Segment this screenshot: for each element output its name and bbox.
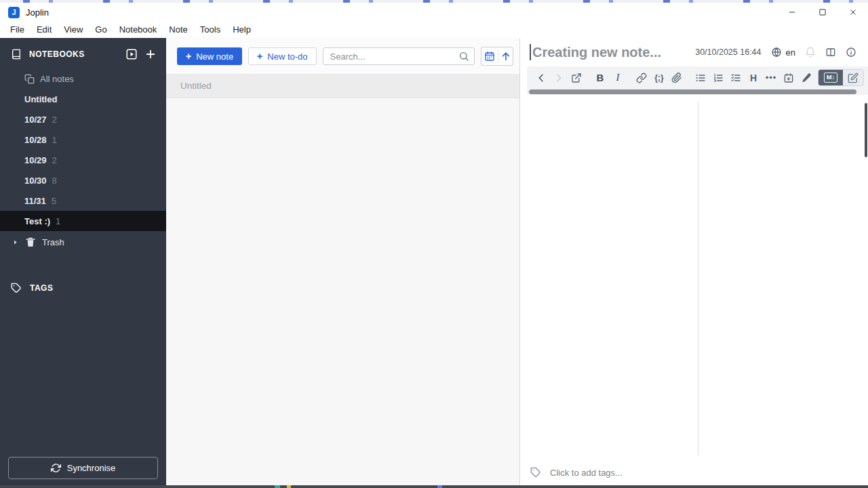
calendar-icon: [484, 51, 495, 62]
chevron-right-icon[interactable]: [12, 239, 18, 245]
new-notebook-icon[interactable]: [144, 48, 157, 60]
tags-header-label: TAGS: [30, 283, 53, 293]
sync-icon: [51, 463, 61, 473]
sidebar: NOTEBOOKS All notes Untitled 10/27 2 10/…: [0, 38, 166, 485]
arrow-up-icon: [500, 51, 511, 62]
note-properties-icon[interactable]: [846, 47, 856, 58]
search-input[interactable]: [323, 47, 475, 65]
plus-icon: +: [186, 52, 191, 61]
text-caret: [530, 44, 531, 60]
toggle-notebooks-icon[interactable]: [125, 48, 138, 60]
bulleted-list-button[interactable]: [692, 69, 709, 87]
menu-view[interactable]: View: [58, 22, 89, 38]
attach-file-button[interactable]: [668, 69, 686, 87]
menu-note[interactable]: Note: [163, 22, 193, 38]
editor-content[interactable]: [520, 95, 868, 460]
editor-toolbar: B I {;} H: [527, 66, 868, 89]
add-tags-placeholder[interactable]: Click to add tags...: [550, 468, 623, 478]
checkbox-list-icon: [730, 73, 741, 83]
markdown-icon: M↓: [824, 73, 838, 82]
numbered-list-icon: [713, 73, 724, 83]
sidebar-item-notebook[interactable]: Untitled: [0, 89, 166, 109]
background-taskbar-strip: [0, 485, 868, 488]
sort-date-button[interactable]: [481, 47, 498, 65]
insert-datetime-button[interactable]: [780, 69, 797, 87]
synchronise-label: Synchronise: [67, 463, 116, 473]
menu-tools[interactable]: Tools: [194, 22, 226, 38]
sort-controls: [481, 47, 513, 66]
vertical-scrollbar-thumb[interactable]: [865, 103, 867, 157]
external-link-icon: [571, 73, 582, 83]
note-list-toolbar: + New note + New to-do: [166, 38, 519, 74]
note-title-row: Creating new note... 30/10/2025 16:44 en: [520, 38, 868, 66]
forward-button[interactable]: [550, 69, 568, 87]
menubar: File Edit View Go Notebook Note Tools He…: [0, 22, 868, 38]
paperclip-icon: [671, 73, 682, 83]
tags-bar[interactable]: Click to add tags...: [520, 460, 868, 485]
more-options-button[interactable]: •••: [762, 69, 780, 87]
pane-divider[interactable]: [698, 102, 698, 455]
notebooks-header: NOTEBOOKS: [0, 38, 166, 68]
note-title: Untitled: [180, 81, 212, 91]
menu-go[interactable]: Go: [89, 22, 113, 38]
italic-button[interactable]: I: [609, 69, 627, 87]
trash-icon: [25, 237, 36, 247]
horizontal-scrollbar[interactable]: [527, 89, 868, 95]
edit-pencil-icon: [848, 73, 859, 83]
all-notes-icon: [24, 74, 35, 84]
search-icon[interactable]: [458, 51, 469, 62]
editor-mode-toggle: M↓: [818, 69, 864, 86]
synchronise-button[interactable]: Synchronise: [8, 457, 158, 479]
richtext-mode-button[interactable]: [843, 70, 863, 85]
new-todo-button[interactable]: + New to-do: [248, 47, 316, 65]
scrollbar-thumb[interactable]: [529, 89, 856, 94]
menu-help[interactable]: Help: [226, 22, 257, 38]
sort-order-button[interactable]: [498, 47, 513, 65]
toggle-layout-icon[interactable]: [825, 47, 836, 58]
sidebar-item-notebook[interactable]: 10/28 1: [0, 129, 166, 150]
note-title-input[interactable]: Creating new note...: [532, 45, 695, 60]
sidebar-item-notebook[interactable]: 11/31 5: [0, 190, 166, 211]
globe-icon: [771, 47, 782, 58]
note-list-item[interactable]: Untitled: [166, 74, 519, 98]
checkbox-list-button[interactable]: [727, 69, 745, 87]
note-timestamp: 30/10/2025 16:44: [695, 47, 761, 57]
external-edit-button[interactable]: [568, 69, 585, 87]
search-box: [323, 47, 475, 65]
sidebar-item-notebook-selected[interactable]: Test :) 1: [0, 211, 166, 231]
sidebar-item-all-notes[interactable]: All notes: [0, 68, 166, 89]
sidebar-item-trash[interactable]: Trash: [0, 231, 166, 253]
sidebar-item-notebook[interactable]: 10/30 8: [0, 170, 166, 190]
sidebar-item-notebook[interactable]: 10/29 2: [0, 150, 166, 170]
notebook-icon: [11, 49, 22, 60]
insert-drawing-button[interactable]: [797, 69, 815, 87]
bulleted-list-icon: [695, 73, 706, 83]
markdown-mode-button[interactable]: M↓: [818, 70, 843, 85]
link-icon: [636, 73, 647, 83]
notebooks-header-label: NOTEBOOKS: [29, 49, 85, 59]
hyperlink-button[interactable]: [633, 69, 650, 87]
language-code: en: [786, 47, 795, 58]
menu-notebook[interactable]: Notebook: [113, 22, 163, 38]
menu-edit[interactable]: Edit: [31, 22, 58, 38]
joplin-logo: J: [8, 7, 20, 18]
close-button[interactable]: [837, 3, 868, 22]
spellcheck-language[interactable]: en: [771, 47, 795, 58]
menu-file[interactable]: File: [4, 22, 31, 38]
sidebar-item-notebook[interactable]: 10/27 2: [0, 109, 166, 129]
calendar-plus-icon: [783, 73, 794, 83]
bold-button[interactable]: B: [591, 69, 609, 87]
back-button[interactable]: [532, 69, 550, 87]
maximize-button[interactable]: [807, 3, 837, 22]
heading-button[interactable]: H: [745, 69, 762, 87]
pen-icon: [801, 73, 812, 83]
minimize-button[interactable]: [776, 3, 807, 22]
chevron-left-icon: [536, 73, 547, 83]
window-controls: [776, 3, 868, 22]
joplin-window: J Joplin File Edit View Go Notebook Note…: [0, 0, 868, 488]
numbered-list-button[interactable]: [709, 69, 727, 87]
alarm-bell-icon[interactable]: [805, 47, 816, 58]
inline-code-button[interactable]: {;}: [650, 69, 668, 87]
chevron-right-icon: [553, 73, 564, 83]
new-note-button[interactable]: + New note: [177, 47, 242, 65]
